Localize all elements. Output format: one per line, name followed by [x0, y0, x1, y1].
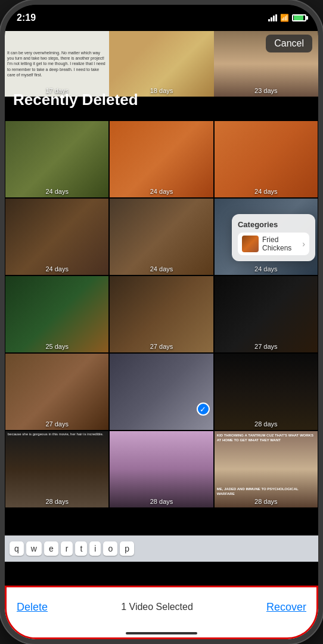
key-e[interactable]: e	[44, 541, 58, 556]
grid-cell-5-3[interactable]: KID THROWING A TANTRUM CUZ THAT'S WHAT W…	[214, 431, 318, 508]
categories-popup: Categories Fried Chickens ›	[232, 214, 315, 261]
delete-button[interactable]: Delete	[17, 601, 48, 614]
phone-screen: 2:19 📶 It can be very overwhelmin	[5, 5, 318, 639]
grid-row-1: 24 days 24 days 24 days	[5, 120, 318, 198]
cat-thumb	[242, 236, 259, 252]
grid-label-4-1: 27 days	[5, 420, 108, 428]
recover-button[interactable]: Recover	[266, 601, 306, 614]
grid-cell-3-2[interactable]: 27 days	[109, 275, 213, 353]
key-o[interactable]: o	[103, 541, 117, 556]
grid-cell-5-1[interactable]: because she is gorgeous in this movie, h…	[5, 431, 109, 508]
grid-cell-3-3[interactable]: 27 days	[214, 275, 318, 353]
phone-frame: 2:19 📶 It can be very overwhelmin	[0, 0, 323, 644]
grid-cell-3-1[interactable]: 25 days	[5, 275, 109, 353]
status-icons: 📶	[268, 14, 306, 22]
grid-label-2-1: 24 days	[5, 265, 108, 273]
grid-cell-2-2[interactable]: 24 days	[109, 198, 213, 275]
grid-label-5-3: 28 days	[215, 498, 318, 505]
grid-cell-4-1[interactable]: 27 days	[5, 353, 109, 431]
signal-icon	[268, 14, 277, 21]
grid-label-5-1: 28 days	[5, 498, 108, 505]
toolbar-status: 1 Video Selected	[121, 602, 193, 612]
grid-label-2-3: 24 days	[215, 265, 318, 273]
grid-label-5-2: 28 days	[110, 498, 213, 505]
grid-cell-5-2[interactable]: 28 days	[109, 431, 213, 508]
key-r[interactable]: r	[61, 541, 73, 556]
top-thumb-1[interactable]: It can be very overwhelming. No matter w…	[5, 31, 109, 97]
grid-label-1-2: 24 days	[110, 188, 213, 195]
cancel-button[interactable]: Cancel	[266, 35, 312, 52]
status-time: 2:19	[17, 13, 36, 23]
keyboard-hint: q w e r t i o p	[5, 535, 318, 562]
grid-label-1-1: 24 days	[5, 188, 108, 195]
grid-cell-1-3[interactable]: 24 days	[214, 120, 318, 198]
cat-arrow-icon: ›	[302, 239, 305, 249]
grid-label-2-2: 24 days	[110, 265, 213, 273]
status-bar: 2:19 📶	[5, 5, 318, 31]
grid-label-1-3: 24 days	[215, 188, 318, 195]
cat-item-label: Fried Chickens	[262, 236, 299, 252]
home-indicator	[126, 632, 197, 634]
grid-cell-4-3[interactable]: 28 days	[214, 353, 318, 431]
grid-cell-4-2[interactable]: ✓	[109, 353, 213, 431]
grid-row-5: because she is gorgeous in this movie, h…	[5, 431, 318, 508]
categories-item[interactable]: Fried Chickens ›	[238, 233, 309, 255]
top-thumb-3-label: 23 days	[214, 87, 318, 94]
grid-cell-2-3[interactable]: Categories Fried Chickens › 24 days	[214, 198, 318, 275]
grid-label-4-3: 28 days	[215, 420, 318, 428]
top-thumb-text: It can be very overwhelming. No matter w…	[5, 48, 109, 79]
selected-checkmark: ✓	[197, 402, 210, 416]
key-w[interactable]: w	[26, 541, 42, 556]
key-q[interactable]: q	[10, 541, 24, 556]
grid-cell-1-2[interactable]: 24 days	[109, 120, 213, 198]
key-i[interactable]: i	[89, 541, 101, 556]
grid-label-3-1: 25 days	[5, 343, 108, 350]
categories-title: Categories	[238, 220, 309, 229]
battery-icon	[292, 14, 306, 21]
grid-label-3-3: 27 days	[215, 343, 318, 350]
grid-row-2: 24 days 24 days Categories Fried Chicken…	[5, 198, 318, 275]
grid-row-4: 27 days ✓ 28 days	[5, 353, 318, 431]
grid-label-3-2: 27 days	[110, 343, 213, 350]
key-p[interactable]: p	[120, 541, 134, 556]
photo-grid: 24 days 24 days 24 days 24 days 24 days	[5, 91, 318, 586]
bottom-toolbar: Delete 1 Video Selected Recover	[5, 586, 318, 639]
grid-cell-1-1[interactable]: 24 days	[5, 120, 109, 198]
section-title: Recently Deleted	[13, 91, 138, 109]
top-thumb-2[interactable]: 18 days	[109, 31, 213, 97]
key-t[interactable]: t	[75, 541, 87, 556]
grid-row-3: 25 days 27 days 27 days	[5, 275, 318, 353]
wifi-icon: 📶	[280, 14, 289, 22]
grid-cell-2-1[interactable]: 24 days	[5, 198, 109, 275]
